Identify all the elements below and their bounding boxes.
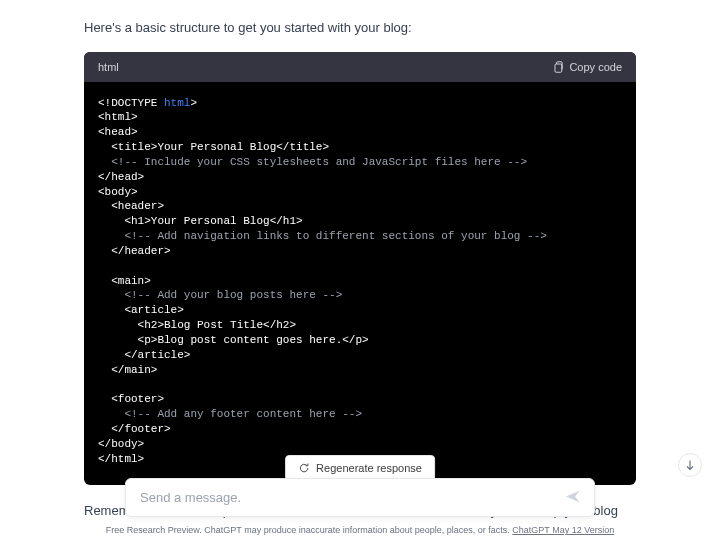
send-icon [565,488,581,504]
code-body[interactable]: <!DOCTYPE html> <html> <head> <title>You… [84,82,636,485]
scroll-to-bottom-button[interactable] [678,453,702,477]
code-language-label: html [98,61,119,73]
clipboard-icon [552,60,564,74]
footer-disclaimer: Free Research Preview. ChatGPT may produ… [0,525,720,535]
regenerate-label: Regenerate response [316,462,422,474]
copy-code-label: Copy code [569,61,622,73]
message-input-wrap [125,478,595,517]
assistant-intro-text: Here's a basic structure to get you star… [84,18,636,38]
message-input[interactable] [125,478,595,517]
code-header: html Copy code [84,52,636,82]
copy-code-button[interactable]: Copy code [552,60,622,74]
version-link[interactable]: ChatGPT May 12 Version [512,525,614,535]
code-block: html Copy code <!DOCTYPE html> <html> <h… [84,52,636,485]
arrow-down-icon [684,459,696,471]
regenerate-icon [298,462,310,474]
send-button[interactable] [561,484,585,511]
svg-rect-0 [555,64,562,72]
